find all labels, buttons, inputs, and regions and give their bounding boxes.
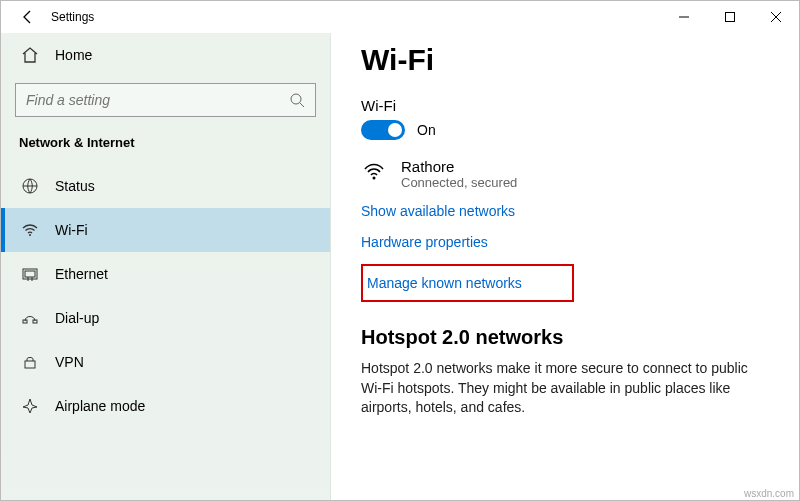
svg-point-4 — [291, 94, 301, 104]
svg-point-7 — [29, 234, 31, 236]
home-icon — [19, 46, 41, 64]
connection-status: Connected, secured — [401, 175, 517, 190]
close-button[interactable] — [753, 1, 799, 33]
main-panel: Wi-Fi Wi-Fi On Rathore Connected, secure… — [331, 33, 799, 500]
svg-rect-14 — [25, 361, 35, 368]
hotspot-heading: Hotspot 2.0 networks — [361, 326, 769, 349]
svg-rect-9 — [25, 271, 35, 277]
sidebar-item-label: Ethernet — [55, 266, 108, 282]
sidebar-item-ethernet[interactable]: Ethernet — [1, 252, 330, 296]
page-title: Wi-Fi — [361, 43, 769, 77]
wifi-icon — [19, 221, 41, 239]
svg-rect-12 — [23, 320, 27, 323]
svg-line-5 — [300, 103, 304, 107]
sidebar-item-vpn[interactable]: VPN — [1, 340, 330, 384]
sidebar-item-dialup[interactable]: Dial-up — [1, 296, 330, 340]
sidebar-item-label: Airplane mode — [55, 398, 145, 414]
minimize-button[interactable] — [661, 1, 707, 33]
sidebar-item-label: VPN — [55, 354, 84, 370]
window-controls — [661, 1, 799, 33]
hotspot-description: Hotspot 2.0 networks make it more secure… — [361, 359, 769, 418]
sidebar-item-label: Status — [55, 178, 95, 194]
current-connection[interactable]: Rathore Connected, secured — [361, 158, 769, 190]
section-label: Network & Internet — [1, 131, 330, 164]
wifi-signal-icon — [361, 158, 387, 190]
home-label: Home — [55, 47, 92, 63]
sidebar-item-wifi[interactable]: Wi-Fi — [1, 208, 330, 252]
sidebar-item-airplane[interactable]: Airplane mode — [1, 384, 330, 428]
show-available-link[interactable]: Show available networks — [361, 203, 515, 219]
home-link[interactable]: Home — [1, 33, 330, 77]
manage-known-highlight: Manage known networks — [361, 264, 574, 302]
svg-point-15 — [373, 177, 376, 180]
sidebar-item-label: Dial-up — [55, 310, 99, 326]
status-icon — [19, 177, 41, 195]
search-box[interactable] — [15, 83, 316, 117]
manage-known-link[interactable]: Manage known networks — [367, 275, 522, 291]
dialup-icon — [19, 309, 41, 327]
window-title: Settings — [51, 10, 94, 24]
search-icon — [289, 92, 305, 108]
vpn-icon — [19, 353, 41, 371]
svg-rect-13 — [33, 320, 37, 323]
titlebar: Settings — [1, 1, 799, 33]
wifi-toggle-label: Wi-Fi — [361, 97, 769, 114]
ethernet-icon — [19, 265, 41, 283]
wifi-toggle[interactable] — [361, 120, 405, 140]
svg-rect-1 — [726, 13, 735, 22]
watermark: wsxdn.com — [744, 488, 794, 499]
maximize-button[interactable] — [707, 1, 753, 33]
airplane-icon — [19, 397, 41, 415]
search-input[interactable] — [26, 92, 289, 108]
hardware-properties-link[interactable]: Hardware properties — [361, 234, 488, 250]
wifi-toggle-state: On — [417, 122, 436, 138]
sidebar: Home Network & Internet Status Wi-Fi Eth… — [1, 33, 331, 500]
back-button[interactable] — [13, 9, 43, 25]
sidebar-item-status[interactable]: Status — [1, 164, 330, 208]
sidebar-item-label: Wi-Fi — [55, 222, 88, 238]
connection-name: Rathore — [401, 158, 517, 175]
